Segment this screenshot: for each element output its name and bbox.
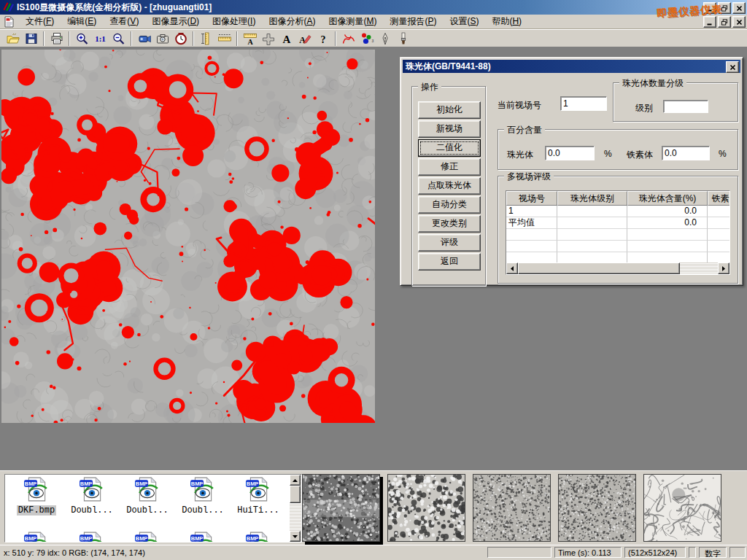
text-icon: A [279,32,294,45]
menu-item-m[interactable]: 图像测量(M) [322,15,383,28]
toolbar-button-zoom-out[interactable] [109,31,128,47]
svg-text:?: ? [320,34,325,44]
svg-text:BMP: BMP [247,535,259,542]
scroll-down-button[interactable] [290,531,301,542]
child-close-button[interactable] [732,16,746,28]
brush-icon [396,32,411,45]
toolbar-button-edit-text[interactable]: A [295,31,314,47]
toolbar-button-print[interactable] [47,31,66,47]
menu-item-i[interactable]: 图像处理(I) [206,15,262,28]
toolbar-button-actual-size[interactable]: 1:1 [91,31,109,47]
file-item[interactable]: BMP [120,532,174,542]
file-item[interactable]: BMPHuiTi... [231,477,285,516]
file-item[interactable]: BMP [9,532,63,542]
file-item[interactable]: BMPDKF.bmp [9,477,63,516]
toolbar-button-brush[interactable] [394,31,412,47]
rating-table[interactable]: 视场号珠光体级别珠光体含量(%)铁素体含量(%) 10.0平均值0.0 [506,190,730,275]
table-row[interactable]: 平均值0.0 [506,217,729,229]
toolbar-button-pen[interactable] [376,31,394,47]
toolbar-button-caliper[interactable] [197,31,215,47]
image-thumbnail-2[interactable] [387,474,465,542]
table-row[interactable] [506,229,729,241]
menu-item-v[interactable]: 查看(V) [103,15,145,28]
toolbar-button-classify-points[interactable]: 3 [357,31,376,47]
grade-input[interactable] [663,100,708,113]
op-button-correct[interactable]: 修正 [418,158,481,176]
ferrite-input[interactable] [662,146,710,160]
pearlite-input[interactable] [545,146,595,160]
current-field-input[interactable] [560,96,607,111]
menu-item-s[interactable]: 设置(S) [443,15,485,28]
toolbar-button-clock[interactable] [171,31,190,47]
scroll-thumb[interactable] [518,262,680,274]
thumbnail-canvas [388,475,465,541]
child-restore-button[interactable] [718,16,731,28]
percent-group-label: 百分含量 [504,124,545,136]
file-list-scrollbar[interactable] [290,475,301,542]
file-item[interactable]: BMPDoubl... [65,477,119,516]
thumbnail-canvas [644,475,721,541]
file-item[interactable]: BMPDoubl... [120,477,174,516]
toolbar-button-save[interactable] [22,31,40,47]
file-item[interactable]: BMPDoubl... [176,477,230,516]
toolbar-button-pattern-grid[interactable] [259,31,277,47]
table-row[interactable] [506,241,729,252]
toolbar-button-help[interactable]: ? [314,31,332,47]
child-minimize-button[interactable] [703,16,716,28]
op-button-grade[interactable]: 评级 [418,234,481,252]
menu-item-e[interactable]: 编辑(E) [61,15,103,28]
thumbnail-canvas [559,475,635,541]
table-cell: 1 [506,206,557,217]
file-scroll-thumb[interactable] [290,486,301,503]
close-button[interactable] [732,2,746,14]
scroll-up-button[interactable] [290,475,301,486]
status-panel-small [689,547,696,558]
toolbar-button-open[interactable] [4,31,22,47]
menu-item-h[interactable]: 帮助(H) [485,15,528,28]
op-button-auto-classify[interactable]: 自动分类 [418,196,481,214]
toolbar-button-ruler[interactable] [215,31,233,47]
image-thumbnail-3[interactable] [473,474,551,542]
file-item[interactable]: BMP [65,532,119,542]
op-button-initialize[interactable]: 初始化 [418,101,481,119]
menu-item-d[interactable]: 图像显示(D) [145,15,206,28]
ferrite-percent-sign: % [719,149,727,159]
bmp-file-icon: BMP [23,532,50,542]
toolbar-button-camera[interactable] [153,31,171,47]
caliper-icon [199,32,214,45]
restore-button[interactable] [718,2,731,14]
image-thumbnail-4[interactable] [558,474,636,542]
menu-item-p[interactable]: 测量报告(P) [383,15,443,28]
toolbar-button-measure-text[interactable]: A [241,31,259,47]
status-bar: x: 510 y: 79 idx: 0 RGB: (174, 174, 174)… [0,545,747,560]
svg-text:A: A [282,34,290,45]
menu-item-f[interactable]: 文件(F) [19,15,61,28]
cursor-position-readout: x: 510 y: 79 idx: 0 RGB: (174, 174, 174) [4,548,145,557]
op-button-new-field[interactable]: 新视场 [418,120,481,138]
minimize-button[interactable] [703,2,716,14]
toolbar-button-curve-tool[interactable] [339,31,357,47]
table-row[interactable]: 10.0 [506,206,729,217]
scroll-right-button[interactable] [718,262,729,274]
bmp-file-icon: BMP [134,532,160,542]
op-button-return[interactable]: 返回 [418,253,481,271]
file-item[interactable]: BMP [231,532,285,542]
op-button-pick-pearlite[interactable]: 点取珠光体 [418,177,481,195]
menu-item-a[interactable]: 图像分析(A) [262,15,322,28]
op-button-change-class[interactable]: 更改类别 [418,215,481,233]
image-thumbnail-5[interactable] [643,474,721,542]
image-thumbnail-1[interactable] [302,474,380,542]
scroll-left-button[interactable] [506,262,518,274]
thumbnail-canvas [303,475,379,541]
pearlite-label: 珠光体 [507,149,533,161]
metallographic-image[interactable] [1,50,375,423]
toolbar-button-video-camera[interactable] [135,31,153,47]
toolbar-button-zoom-in[interactable] [73,31,91,47]
dialog-close-button[interactable] [726,61,739,73]
op-button-binarize[interactable]: 二值化 [418,139,481,157]
video-camera-icon [137,32,152,45]
toolbar-button-text[interactable]: A [277,31,295,47]
table-horizontal-scrollbar[interactable] [506,262,729,274]
bmp-file-icon: BMP [23,477,50,502]
file-item[interactable]: BMP [176,532,230,542]
